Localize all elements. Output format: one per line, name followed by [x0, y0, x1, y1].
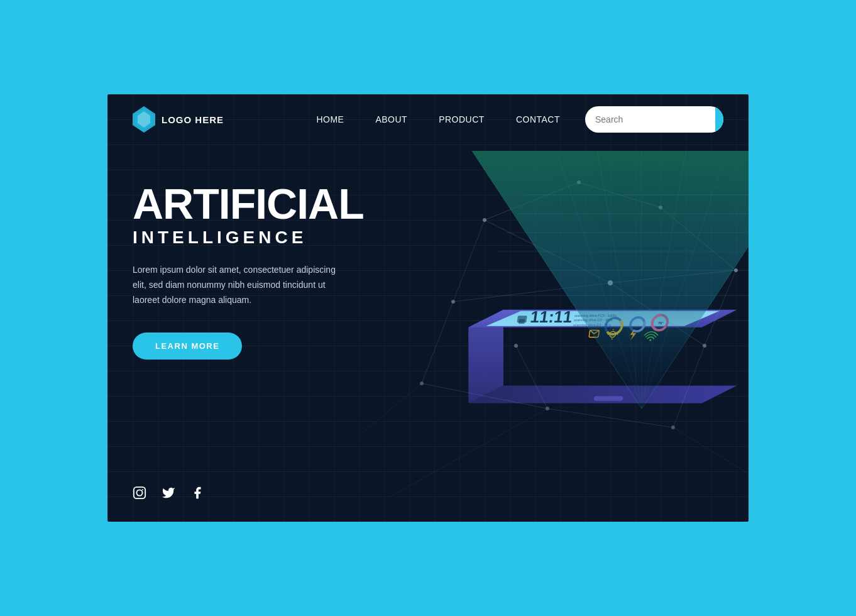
svg-marker-34 — [472, 151, 749, 409]
instagram-link[interactable] — [133, 486, 146, 503]
hero-right: 11:11 scanning drive FC5 - 100% scanning… — [422, 145, 749, 522]
svg-line-23 — [422, 302, 453, 383]
facebook-link[interactable] — [190, 486, 204, 503]
nav-link-contact[interactable]: CONTACT — [516, 114, 560, 124]
logo-text: LOGO HERE — [162, 114, 224, 125]
nav-link-product[interactable]: PRODUCT — [439, 114, 485, 124]
hologram-cone — [453, 145, 749, 415]
navbar: LOGO HERE HOME ABOUT PRODUCT CONTACT — [107, 94, 749, 145]
twitter-icon — [162, 486, 175, 500]
logo-icon — [133, 106, 155, 133]
twitter-link[interactable] — [162, 486, 175, 503]
search-icon — [723, 114, 723, 125]
social-icons — [133, 486, 204, 503]
hero-title-main: ARTIFICIAL — [133, 182, 422, 225]
svg-line-31 — [673, 427, 749, 497]
hero-description: Lorem ipsum dolor sit amet, consectetuer… — [133, 263, 346, 307]
search-input[interactable] — [585, 114, 715, 124]
instagram-icon — [133, 486, 146, 500]
nav-links: HOME ABOUT PRODUCT CONTACT — [316, 114, 560, 124]
svg-point-76 — [136, 490, 142, 495]
search-button[interactable] — [715, 106, 723, 133]
nav-link-about[interactable]: ABOUT — [375, 114, 407, 124]
hero-section: ARTIFICIAL INTELLIGENCE Lorem ipsum dolo… — [107, 145, 749, 522]
learn-more-button[interactable]: LEARN MORE — [133, 333, 242, 360]
svg-point-77 — [142, 489, 143, 490]
hero-title-sub: INTELLIGENCE — [133, 228, 422, 248]
hero-left: ARTIFICIAL INTELLIGENCE Lorem ipsum dolo… — [107, 145, 422, 522]
svg-rect-75 — [134, 487, 145, 498]
search-area — [585, 106, 723, 133]
nav-link-home[interactable]: HOME — [316, 114, 344, 124]
logo-area: LOGO HERE — [133, 106, 224, 133]
facebook-icon — [190, 486, 204, 500]
page-wrapper: LOGO HERE HOME ABOUT PRODUCT CONTACT ART… — [107, 94, 749, 522]
